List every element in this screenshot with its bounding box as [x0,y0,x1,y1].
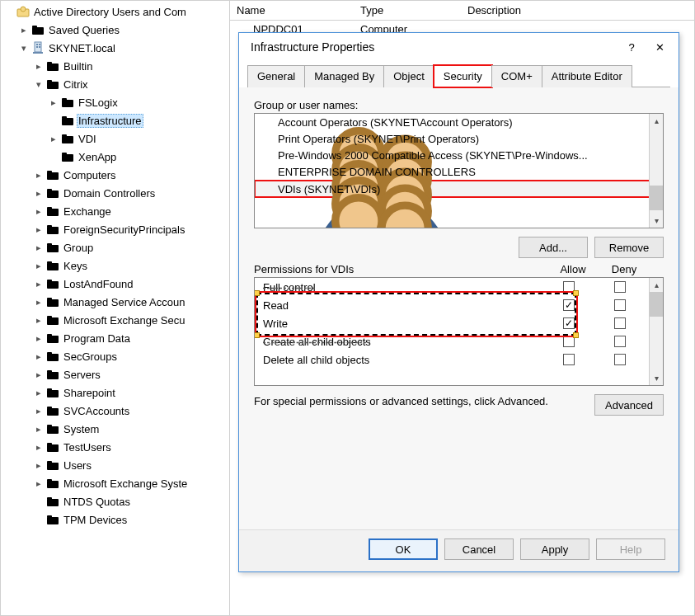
help-button[interactable]: ? [618,35,646,59]
expand-icon[interactable]: ▸ [34,224,44,234]
add-button[interactable]: Add... [519,237,588,258]
principal-row[interactable]: ENTERPRISE DOMAIN CONTROLLERS [255,163,663,180]
expand-icon[interactable]: ▸ [34,388,44,397]
expand-icon[interactable]: ▸ [34,242,44,252]
expand-icon[interactable]: ▸ [34,297,44,307]
ok-button[interactable]: OK [369,538,438,560]
dialog-titlebar[interactable]: Infrastructure Properties ? ✕ [239,33,679,61]
scroll-thumb[interactable] [650,292,663,317]
tree-label: Domain Controllers [62,187,157,200]
tab-com-plus[interactable]: COM+ [491,65,542,87]
column-header-description[interactable]: Description [461,4,694,16]
expand-icon[interactable]: ▸ [34,188,44,198]
tab-security[interactable]: Security [434,65,492,87]
collapse-icon[interactable]: ▾ [19,43,29,53]
tree-fsp[interactable]: ▸ForeignSecurityPrincipals [32,220,229,238]
apply-button[interactable]: Apply [520,538,589,560]
tree-citrix[interactable]: ▾ Citrix [32,75,229,93]
tree-saved-queries[interactable]: ▸ Saved Queries [17,21,229,39]
expand-icon[interactable]: ▸ [34,478,44,488]
scroll-thumb[interactable] [650,186,663,210]
expand-icon[interactable]: ▸ [34,279,44,289]
deny-checkbox[interactable] [614,281,626,293]
tree-secgroups[interactable]: ▸SecGroups [32,347,229,365]
tree-builtin[interactable]: ▸ Builtin [32,57,229,75]
principal-row[interactable]: Print Operators (SKYNET\Print Operators) [255,130,663,147]
folder-icon [46,513,59,526]
principal-row[interactable]: Account Operators (SKYNET\Account Operat… [255,114,663,130]
expand-icon[interactable]: ▸ [34,61,44,71]
tree-vdi[interactable]: ▸ VDI [47,129,229,148]
tree-xenapp[interactable]: ▸ XenApp [47,148,229,166]
expand-icon[interactable]: ▸ [19,25,29,35]
tree-root[interactable]: ▸ Active Directory Users and Com [2,2,229,21]
expand-icon[interactable]: ▸ [34,261,44,270]
group-user-list[interactable]: Account Operators (SKYNET\Account Operat… [254,113,664,228]
tree-ms-exchange-system[interactable]: ▸Microsoft Exchange Syste [32,474,229,492]
allow-checkbox[interactable] [563,299,575,311]
expand-icon[interactable]: ▸ [34,351,44,361]
tab-managed-by[interactable]: Managed By [304,65,384,87]
tree-exchange[interactable]: ▸Exchange [32,202,229,220]
expand-icon[interactable]: ▸ [34,170,44,180]
scroll-down-icon[interactable]: ▾ [650,214,663,228]
tab-general[interactable]: General [247,65,305,87]
remove-button[interactable]: Remove [594,237,664,258]
tree-group[interactable]: ▸Group [32,238,229,256]
tree-computers[interactable]: ▸Computers [32,166,229,184]
expand-icon[interactable]: ▸ [34,460,44,470]
deny-checkbox[interactable] [614,317,626,329]
principal-row[interactable]: Pre-Windows 2000 Compatible Access (SKYN… [255,147,663,163]
principal-row-selected[interactable]: VDIs (SKYNET\VDIs) [254,180,663,198]
tree-testusers[interactable]: ▸TestUsers [32,438,229,456]
folder-icon [46,223,59,236]
tree-tpm-devices[interactable]: ▸TPM Devices [32,510,229,529]
scroll-up-icon[interactable]: ▴ [650,278,663,292]
advanced-button[interactable]: Advanced [594,394,664,416]
expand-icon[interactable]: ▸ [34,369,44,379]
tree-servers[interactable]: ▸Servers [32,365,229,383]
tree-ntds-quotas[interactable]: ▸NTDS Quotas [32,492,229,510]
expand-icon[interactable]: ▸ [34,406,44,416]
allow-checkbox[interactable] [563,317,575,329]
expand-icon[interactable]: ▸ [34,424,44,434]
tree-keys[interactable]: ▸Keys [32,256,229,275]
cancel-button[interactable]: Cancel [444,538,514,560]
tree-program-data[interactable]: ▸Program Data [32,329,229,347]
tab-object[interactable]: Object [383,65,434,87]
deny-checkbox[interactable] [614,336,626,347]
tree-system[interactable]: ▸System [32,420,229,438]
expand-icon[interactable]: ▸ [34,315,44,325]
column-header-name[interactable]: Name [230,4,354,16]
tree-lostandfound[interactable]: ▸LostAndFound [32,275,229,293]
annotation-handle [254,290,260,296]
expand-icon[interactable]: ▸ [34,333,44,343]
close-button[interactable]: ✕ [646,35,674,59]
column-header-type[interactable]: Type [354,4,461,16]
tree-svcaccounts[interactable]: ▸SVCAccounts [32,402,229,420]
scroll-up-icon[interactable]: ▴ [650,114,663,128]
tree-sharepoint[interactable]: ▸Sharepoint [32,383,229,402]
tree-users[interactable]: ▸Users [32,456,229,474]
expand-icon[interactable]: ▸ [49,97,59,107]
expand-icon[interactable]: ▸ [34,206,44,216]
tree-managed-service-accounts[interactable]: ▸Managed Service Accoun [32,293,229,311]
scroll-down-icon[interactable]: ▾ [650,371,663,385]
allow-checkbox[interactable] [563,354,575,365]
collapse-icon[interactable]: ▾ [34,79,44,89]
tree-fslogix[interactable]: ▸ FSLogix [47,93,229,111]
principal-name: VDIs (SKYNET\VDIs) [278,183,380,195]
tree-domain-skynet[interactable]: ▾ SKYNET.local [17,39,229,57]
help-button[interactable]: Help [596,538,665,560]
deny-checkbox[interactable] [614,299,626,311]
tab-attribute-editor[interactable]: Attribute Editor [542,65,632,87]
scrollbar[interactable]: ▴ ▾ [649,114,663,228]
ou-icon [61,150,74,163]
scrollbar[interactable]: ▴ ▾ [649,278,663,385]
expand-icon[interactable]: ▸ [34,442,44,452]
tree-domain-controllers[interactable]: ▸Domain Controllers [32,184,229,202]
deny-checkbox[interactable] [614,354,626,365]
expand-icon[interactable]: ▸ [49,134,59,143]
tree-ms-exchange-security[interactable]: ▸Microsoft Exchange Secu [32,311,229,329]
tree-infrastructure[interactable]: ▸ Infrastructure [47,111,229,129]
